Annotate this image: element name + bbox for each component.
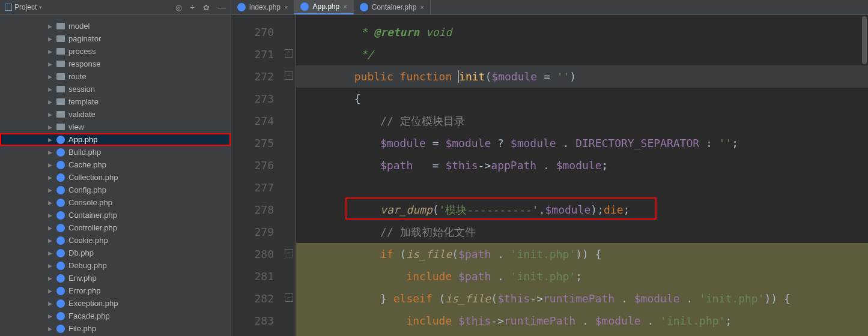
tree-file[interactable]: ▶Cookie.php (0, 234, 231, 247)
line-number[interactable]: 283 (231, 310, 296, 332)
tree-file[interactable]: ▶Build.php (0, 146, 231, 158)
line-number[interactable]: 271 (231, 43, 296, 65)
line-gutter[interactable]: ⌃−−− 27027127227327427527627727827928028… (231, 15, 296, 336)
editor[interactable]: ⌃−−− 27027127227327427527627727827928028… (231, 15, 868, 336)
expand-arrow-icon[interactable]: ▶ (48, 23, 54, 29)
expand-arrow-icon[interactable]: ▶ (48, 250, 54, 256)
expand-arrow-icon[interactable]: ▶ (48, 112, 54, 118)
code-line[interactable]: // 加载初始化文件 (296, 221, 868, 243)
line-number[interactable]: 280 (231, 243, 296, 265)
expand-arrow-icon[interactable]: ▶ (48, 124, 54, 130)
line-number[interactable]: 275 (231, 132, 296, 154)
code-token: ); (590, 203, 604, 216)
editor-tab[interactable]: index.php× (231, 0, 294, 14)
line-number[interactable]: 270 (231, 21, 296, 43)
collapse-icon[interactable]: ÷ (190, 3, 195, 12)
folder-icon (56, 23, 65, 29)
line-number[interactable]: 279 (231, 221, 296, 243)
code-line[interactable]: if (is_file($path . 'init.php')) { (296, 243, 868, 265)
target-icon[interactable]: ◎ (175, 3, 182, 12)
code-line[interactable]: include $path . 'init.php'; (296, 265, 868, 287)
tree-file[interactable]: ▶Cache.php (0, 158, 231, 171)
tree-folder[interactable]: ▶process (0, 45, 231, 58)
code-line[interactable]: var_dump('模块----------'.$module);die; (296, 199, 868, 221)
code-line[interactable]: // 定位模块目录 (296, 110, 868, 132)
tree-folder[interactable]: ▶route (0, 70, 231, 83)
line-number[interactable]: 276 (231, 154, 296, 176)
expand-arrow-icon[interactable]: ▶ (48, 200, 54, 206)
folder-icon (56, 111, 65, 118)
expand-arrow-icon[interactable]: ▶ (48, 61, 54, 67)
tree-file[interactable]: ▶App.php (0, 133, 231, 146)
expand-arrow-icon[interactable]: ▶ (48, 225, 54, 231)
expand-arrow-icon[interactable]: ▶ (48, 288, 54, 294)
expand-arrow-icon[interactable]: ▶ (48, 187, 54, 193)
line-number[interactable]: 278 (231, 199, 296, 221)
line-number[interactable]: 277 (231, 176, 296, 199)
expand-arrow-icon[interactable]: ▶ (48, 238, 54, 244)
expand-arrow-icon[interactable]: ▶ (48, 36, 54, 42)
tree-folder[interactable]: ▶template (0, 95, 231, 108)
code-line[interactable]: $path = $this->appPath . $module; (296, 154, 868, 176)
expand-arrow-icon[interactable]: ▶ (48, 212, 54, 218)
editor-tab[interactable]: Container.php× (354, 0, 431, 14)
tree-folder[interactable]: ▶model (0, 20, 231, 32)
sidebar-title[interactable]: Project ▾ (5, 3, 42, 11)
expand-arrow-icon[interactable]: ▶ (48, 175, 54, 181)
expand-arrow-icon[interactable]: ▶ (48, 99, 54, 105)
tree-folder[interactable]: ▶response (0, 58, 231, 70)
expand-arrow-icon[interactable]: ▶ (48, 313, 54, 319)
expand-arrow-icon[interactable]: ▶ (48, 275, 54, 281)
tree-file[interactable]: ▶Db.php (0, 247, 231, 259)
tree-file[interactable]: ▶Error.php (0, 284, 231, 297)
gear-icon[interactable]: ✿ (203, 3, 210, 12)
code-line[interactable]: * @return void (296, 21, 868, 43)
expand-arrow-icon[interactable]: ▶ (48, 86, 54, 92)
close-icon[interactable]: × (284, 4, 288, 11)
close-icon[interactable]: × (420, 4, 423, 11)
tree-file[interactable]: ▶Console.php (0, 196, 231, 209)
tree-file[interactable]: ▶Container.php (0, 209, 231, 221)
hide-icon[interactable]: — (218, 3, 226, 12)
tree-file[interactable]: ▶Debug.php (0, 259, 231, 272)
php-file-icon (56, 299, 65, 308)
tree-file[interactable]: ▶Facade.php (0, 310, 231, 322)
code-line[interactable]: */ (296, 43, 868, 65)
expand-arrow-icon[interactable]: ▶ (48, 137, 54, 143)
tree-item-label: Controller.php (68, 223, 117, 232)
tree-folder[interactable]: ▶validate (0, 108, 231, 121)
expand-arrow-icon[interactable]: ▶ (48, 326, 54, 332)
code-line[interactable]: { (296, 88, 868, 110)
line-number[interactable]: 281 (231, 265, 296, 287)
code-line[interactable] (296, 176, 868, 199)
tree-file[interactable]: ▶Config.php (0, 184, 231, 196)
close-icon[interactable]: × (343, 3, 347, 10)
line-number[interactable]: 274 (231, 110, 296, 132)
code-line[interactable]: include $this->runtimePath . $module . '… (296, 310, 868, 332)
tree-folder[interactable]: ▶session (0, 83, 231, 95)
tree-folder[interactable]: ▶paginator (0, 32, 231, 45)
line-number[interactable]: 284 (231, 332, 296, 336)
expand-arrow-icon[interactable]: ▶ (48, 162, 54, 168)
editor-tab[interactable]: App.php× (294, 0, 353, 14)
line-number[interactable]: 272 (231, 65, 296, 88)
line-number[interactable]: 273 (231, 88, 296, 110)
expand-arrow-icon[interactable]: ▶ (48, 149, 54, 155)
tree-file[interactable]: ▶Controller.php (0, 221, 231, 234)
code-line[interactable]: } else { (296, 332, 868, 336)
tree-file[interactable]: ▶Env.php (0, 272, 231, 284)
expand-arrow-icon[interactable]: ▶ (48, 263, 54, 269)
code-line[interactable]: } elseif (is_file($this->runtimePath . $… (296, 287, 868, 310)
expand-arrow-icon[interactable]: ▶ (48, 74, 54, 80)
code-line[interactable]: $module = $module ? $module . DIRECTORY_… (296, 132, 868, 154)
tree-file[interactable]: ▶Exception.php (0, 297, 231, 310)
code-line[interactable]: public function init($module = '') (296, 65, 868, 88)
tree-file[interactable]: ▶File.php (0, 322, 231, 335)
tree-folder[interactable]: ▶view (0, 121, 231, 133)
expand-arrow-icon[interactable]: ▶ (48, 301, 54, 307)
tree-file[interactable]: ▶Collection.php (0, 171, 231, 184)
expand-arrow-icon[interactable]: ▶ (48, 49, 54, 55)
project-tree[interactable]: ▶model▶paginator▶process▶response▶route▶… (0, 15, 231, 336)
line-number[interactable]: 282 (231, 287, 296, 310)
code-area[interactable]: * @return void */ public function init($… (296, 15, 868, 336)
